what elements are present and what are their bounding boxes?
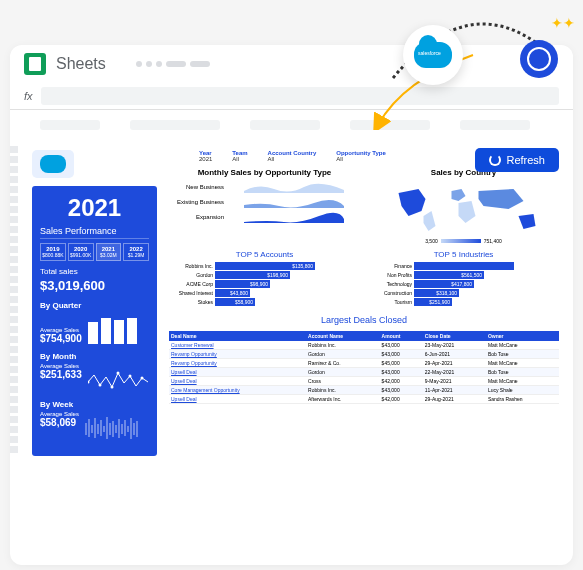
svg-point-2 [110, 386, 113, 389]
year-selector[interactable]: 2019$800.88K 2020$991.00K 2021$3.02M 202… [40, 243, 149, 261]
sales-by-country-chart: Sales by Country 3,500751,400 [368, 168, 559, 244]
table-row[interactable]: Upsell DealAfterwards Inc.$42,00029-Aug-… [169, 395, 559, 404]
table-row[interactable]: Core Management OpportunityRobbins Inc.$… [169, 386, 559, 395]
table-row[interactable]: Revamp OpportunityRamirez & Co.$45,00029… [169, 359, 559, 368]
filter-year[interactable]: Year2021 [199, 150, 212, 162]
total-value: $3,019,600 [40, 278, 149, 293]
row-numbers [10, 140, 22, 453]
salesforce-badge [403, 25, 463, 85]
map-scale: 3,500751,400 [368, 238, 559, 244]
world-map-icon [368, 181, 559, 236]
perf-title: Sales Performance [40, 226, 149, 239]
sheets-icon [24, 53, 46, 75]
salesforce-mini-badge [32, 150, 74, 178]
deals-table: Deal NameAccount NameAmountClose DateOwn… [169, 331, 559, 404]
refresh-icon [489, 154, 501, 166]
top5-accounts: TOP 5 Accounts Robbins Inc.$135,800Gordo… [169, 250, 360, 307]
monthly-sales-chart: Monthly Sales by Opportunity Type New Bu… [169, 168, 360, 244]
app-title: Sheets [56, 55, 106, 73]
table-row[interactable]: Customer RenewalRobbins Inc.$43,00023-Ma… [169, 341, 559, 350]
top5-industries: TOP 5 Industries FinanceNon Profits$561,… [368, 250, 559, 307]
filter-country[interactable]: Account CountryAll [268, 150, 317, 162]
filter-team[interactable]: TeamAll [232, 150, 247, 162]
sparkle-icon: ✦✦ [551, 15, 575, 31]
svg-point-4 [128, 375, 131, 378]
deals-title: Largest Deals Closed [169, 315, 559, 325]
dashboard-content: 2021 Sales Performance 2019$800.88K 2020… [10, 140, 573, 466]
svg-point-1 [98, 384, 101, 387]
svg-point-3 [116, 372, 119, 375]
refresh-button[interactable]: Refresh [475, 148, 559, 172]
toolbar-dots [136, 61, 210, 67]
total-label: Total sales [40, 267, 149, 276]
table-row[interactable]: Upsell DealCross$42,0009-May-2021Matt Mc… [169, 377, 559, 386]
coefficient-badge [520, 40, 558, 78]
svg-point-5 [140, 377, 143, 380]
week-sparkline [85, 415, 140, 440]
formula-bar: fx [10, 83, 573, 110]
table-row[interactable]: Revamp OpportunityGordon$43,0006-Jun-202… [169, 350, 559, 359]
quarter-bars [88, 316, 137, 344]
filter-opptype[interactable]: Opportunity TypeAll [336, 150, 386, 162]
sales-sidebar: 2021 Sales Performance 2019$800.88K 2020… [32, 186, 157, 456]
app-window: Sheets fx 2021 Sales Performance 2019$80… [10, 45, 573, 565]
main-panel: Refresh Year2021 TeamAll Account Country… [169, 150, 559, 456]
year-heading: 2021 [40, 194, 149, 222]
fx-label: fx [24, 90, 33, 102]
table-row[interactable]: Upsell DealGordon$43,00022-May-2021Bob T… [169, 368, 559, 377]
month-sparkline [88, 367, 148, 392]
header-placeholders [10, 110, 573, 140]
